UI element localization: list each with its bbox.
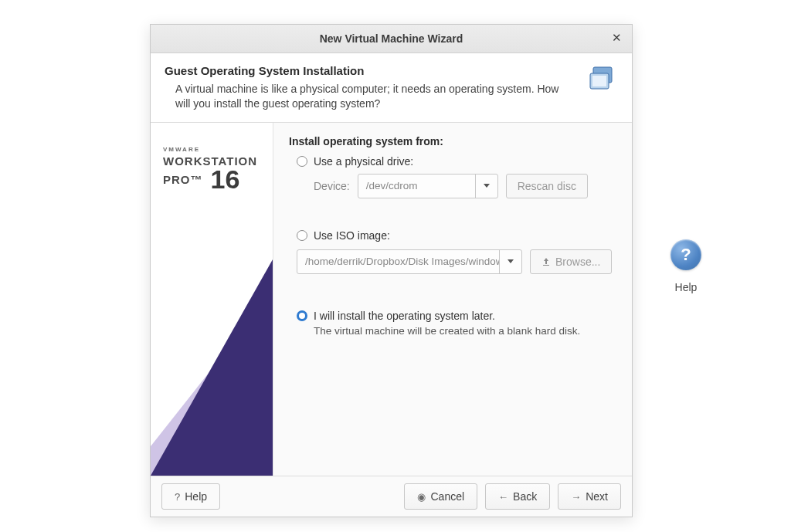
next-button-label: Next — [586, 490, 608, 503]
radio-iso-image[interactable] — [297, 230, 307, 241]
browse-button-label: Browse... — [555, 256, 600, 268]
back-button-label: Back — [513, 490, 537, 503]
header-text: Guest Operating System Installation A vi… — [165, 64, 586, 111]
desktop-help[interactable]: ? Help — [655, 239, 717, 293]
next-button[interactable]: → Next — [558, 483, 621, 510]
chevron-down-icon — [475, 175, 497, 198]
close-button[interactable]: ✕ — [609, 31, 624, 46]
cancel-icon: ◉ — [417, 491, 426, 503]
question-icon: ? — [175, 491, 180, 503]
new-vm-wizard-dialog: New Virtual Machine Wizard ✕ Guest Opera… — [150, 24, 633, 517]
radio-physical-drive[interactable] — [297, 156, 307, 167]
upload-icon — [541, 257, 551, 266]
side-brand-panel: VMWARE WORKSTATION PRO™ 16 — [151, 123, 273, 476]
install-later-description: The virtual machine will be created with… — [314, 325, 616, 337]
decor-triangle-dark — [151, 259, 273, 476]
svg-rect-2 — [592, 76, 606, 86]
header-panel: Guest Operating System Installation A vi… — [151, 53, 632, 123]
device-select-value: /dev/cdrom — [358, 175, 475, 198]
cancel-button[interactable]: ◉ Cancel — [404, 483, 477, 510]
option-iso-image: Use ISO image: /home/derrik/Dropbox/Disk… — [289, 229, 616, 274]
help-button[interactable]: ? Help — [161, 483, 220, 510]
header-description: A virtual machine is like a physical com… — [165, 82, 576, 111]
iso-path-select[interactable]: /home/derrik/Dropbox/Disk Images/windows… — [297, 249, 522, 274]
dialog-body: VMWARE WORKSTATION PRO™ 16 Install opera… — [151, 123, 632, 476]
section-title: Install operating system from: — [289, 135, 616, 147]
chevron-down-icon — [499, 250, 521, 273]
option-physical-drive: Use a physical drive: Device: /dev/cdrom… — [289, 155, 616, 198]
radio-physical-drive-label: Use a physical drive: — [314, 155, 413, 168]
help-button-label: Help — [185, 490, 207, 503]
arrow-left-icon: ← — [498, 491, 508, 503]
back-button[interactable]: ← Back — [485, 483, 550, 510]
titlebar: New Virtual Machine Wizard ✕ — [151, 25, 632, 53]
device-label: Device: — [314, 180, 350, 192]
brand-line3: PRO™ — [163, 173, 203, 186]
brand-line1: VMWARE — [163, 146, 266, 153]
brand-block: VMWARE WORKSTATION PRO™ 16 — [163, 146, 266, 191]
footer-bar: ? Help ◉ Cancel ← Back → Next — [151, 476, 632, 517]
header-heading: Guest Operating System Installation — [165, 64, 576, 77]
device-select[interactable]: /dev/cdrom — [358, 174, 498, 198]
rescan-disc-label: Rescan disc — [518, 180, 576, 192]
brand-version: 16 — [211, 168, 240, 191]
window-title: New Virtual Machine Wizard — [151, 32, 632, 45]
radio-iso-image-label: Use ISO image: — [314, 229, 390, 242]
iso-path-value: /home/derrik/Dropbox/Disk Images/windows… — [297, 250, 499, 273]
content-area: Install operating system from: Use a phy… — [273, 123, 632, 476]
desktop-help-label: Help — [655, 281, 717, 293]
installer-icon — [586, 64, 618, 97]
radio-install-later-label: I will install the operating system late… — [314, 310, 495, 322]
help-icon: ? — [670, 239, 701, 270]
rescan-disc-button[interactable]: Rescan disc — [506, 174, 588, 198]
option-install-later: I will install the operating system late… — [289, 310, 616, 337]
browse-button[interactable]: Browse... — [530, 249, 612, 274]
radio-install-later[interactable] — [297, 310, 307, 321]
arrow-right-icon: → — [571, 491, 581, 503]
cancel-button-label: Cancel — [430, 490, 464, 503]
